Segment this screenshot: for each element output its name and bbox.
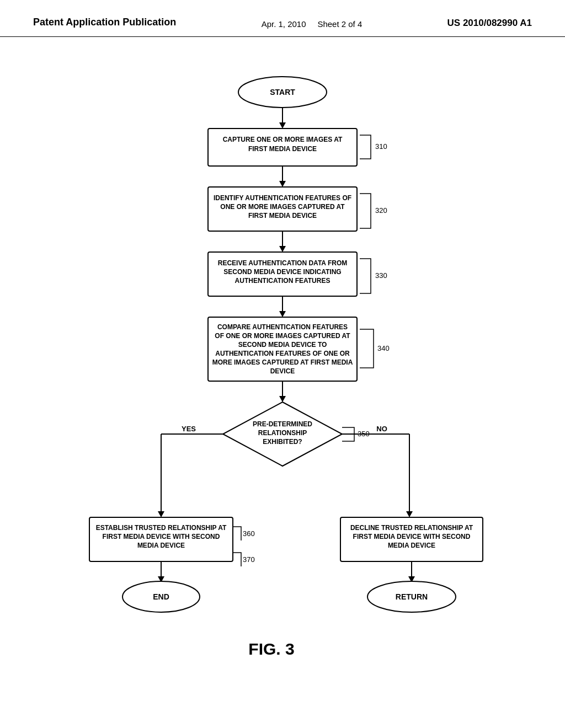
arrow-to-330 (279, 246, 286, 252)
arrow-to-350 (279, 396, 286, 402)
ref370-label: 370 (243, 555, 255, 564)
step350-t2: RELATIONSHIP (258, 429, 307, 437)
step320-t2: ONE OR MORE IMAGES CAPTURED AT (220, 203, 345, 211)
end-label: END (153, 592, 169, 601)
step380-t3: MEDIA DEVICE (388, 542, 435, 549)
sheet-info: Sheet 2 of 4 (317, 19, 362, 29)
date-sheet-info: Apr. 1, 2010 Sheet 2 of 4 (262, 15, 363, 31)
ref320-label: 320 (375, 206, 387, 215)
arrow-to-340 (279, 311, 286, 317)
fig-label: FIG. 3 (248, 640, 294, 658)
step350-t1: PRE-DETERMINED (253, 420, 312, 428)
step310-text: CAPTURE ONE OR MORE IMAGES AT (223, 136, 343, 143)
ref340-bracket (360, 329, 374, 368)
step340-t5: MORE IMAGES CAPTURED AT FIRST MEDIA (212, 358, 353, 366)
step330-t1: RECEIVE AUTHENTICATION DATA FROM (218, 259, 347, 267)
ref330-bracket (360, 259, 371, 293)
step350-t3: EXHIBITED? (263, 438, 302, 446)
arrow-to-320 (279, 181, 286, 187)
step380-t1: DECLINE TRUSTED RELATIONSHIP AT (350, 524, 473, 532)
no-label: NO (376, 425, 387, 433)
publication-date: Apr. 1, 2010 (262, 19, 306, 29)
start-label: START (270, 88, 295, 97)
step330-t3: AUTHENTICATION FEATURES (235, 277, 331, 285)
step340-t6: DEVICE (270, 367, 295, 375)
yes-arrow (158, 511, 164, 517)
arrow-to-310 (279, 122, 286, 129)
ref370-bracket (233, 553, 241, 566)
step360-t1: ESTABLISH TRUSTED RELATIONSHIP AT (96, 524, 227, 532)
step340-t1: COMPARE AUTHENTICATION FEATURES (217, 323, 348, 331)
step320-t1: IDENTIFY AUTHENTICATION FEATURES OF (214, 194, 351, 202)
patent-number: US 2010/082990 A1 (447, 15, 532, 29)
flowchart-svg: START CAPTURE ONE OR MORE IMAGES AT FIRS… (34, 59, 531, 699)
step360-t2: FIRST MEDIA DEVICE WITH SECOND (103, 533, 220, 540)
step320-t3: FIRST MEDIA DEVICE (248, 212, 317, 220)
step330-t2: SECOND MEDIA DEVICE INDICATING (223, 268, 341, 276)
flowchart: START CAPTURE ONE OR MORE IMAGES AT FIRS… (0, 37, 565, 699)
step340-t4: AUTHENTICATION FEATURES OF ONE OR (215, 350, 350, 357)
ref340-label: 340 (377, 344, 390, 352)
ref310-label: 310 (375, 142, 387, 151)
return-label: RETURN (396, 592, 428, 601)
step340-t3: SECOND MEDIA DEVICE TO (238, 341, 327, 349)
step340-t2: OF ONE OR MORE IMAGES CAPTURED AT (215, 332, 350, 340)
ref330-label: 330 (375, 271, 387, 280)
yes-label: YES (182, 425, 196, 433)
publication-label: Patent Application Publication (33, 15, 176, 29)
page-header: Patent Application Publication Apr. 1, 2… (0, 0, 565, 37)
ref360-bracket (233, 527, 241, 540)
ref320-bracket (360, 194, 371, 228)
step360-t3: MEDIA DEVICE (137, 542, 185, 549)
step380-t2: FIRST MEDIA DEVICE WITH SECOND (353, 533, 471, 540)
ref360-label: 360 (243, 529, 255, 538)
step310-text2: FIRST MEDIA DEVICE (248, 145, 317, 153)
no-arrow (406, 511, 413, 517)
ref310-bracket (360, 135, 371, 159)
